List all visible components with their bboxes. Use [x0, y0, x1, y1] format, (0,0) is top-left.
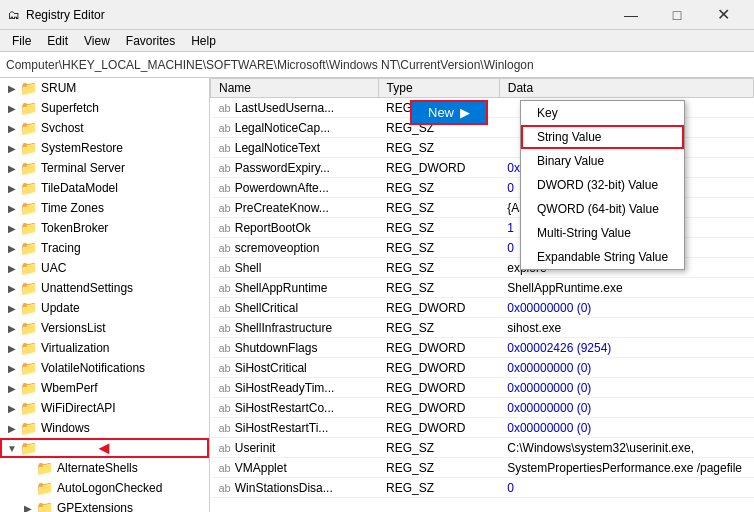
- expand-arrow: ▶: [4, 303, 20, 314]
- new-button[interactable]: New ▶: [410, 100, 488, 125]
- dropdown-item-key[interactable]: Key: [521, 101, 684, 125]
- menu-item-help[interactable]: Help: [183, 30, 224, 52]
- dropdown-item-multi-string-value[interactable]: Multi-String Value: [521, 221, 684, 245]
- sidebar-item-windows[interactable]: ▶📁Windows: [0, 418, 209, 438]
- folder-icon: 📁: [20, 160, 37, 176]
- sidebar: ▶📁SRUM▶📁Superfetch▶📁Svchost▶📁SystemResto…: [0, 78, 210, 512]
- sidebar-item-alternateshells[interactable]: 📁AlternateShells: [0, 458, 209, 478]
- cell-name: abShutdownFlags: [211, 338, 379, 358]
- expand-arrow: ▶: [4, 343, 20, 354]
- cell-type: REG_SZ: [378, 258, 499, 278]
- sidebar-item-systemrestore[interactable]: ▶📁SystemRestore: [0, 138, 209, 158]
- titlebar-controls: — □ ✕: [608, 0, 746, 30]
- table-row[interactable]: abShellCriticalREG_DWORD0x00000000 (0): [211, 298, 754, 318]
- table-row[interactable]: abUserinitREG_SZC:\Windows\system32\user…: [211, 438, 754, 458]
- menu-item-favorites[interactable]: Favorites: [118, 30, 183, 52]
- expand-arrow: ▶: [4, 263, 20, 274]
- cell-name: abShellCritical: [211, 298, 379, 318]
- dropdown-item-dword-(32-bit)-value[interactable]: DWORD (32-bit) Value: [521, 173, 684, 197]
- sidebar-item-time-zones[interactable]: ▶📁Time Zones: [0, 198, 209, 218]
- expand-arrow: ▶: [4, 163, 20, 174]
- sidebar-item-tracing[interactable]: ▶📁Tracing: [0, 238, 209, 258]
- menu-item-edit[interactable]: Edit: [39, 30, 76, 52]
- cell-name: abShellAppRuntime: [211, 278, 379, 298]
- sidebar-item-tiledatamodel[interactable]: ▶📁TileDataModel: [0, 178, 209, 198]
- sidebar-item-winlogon[interactable]: ▼📁Winlogon ◄: [0, 438, 209, 458]
- maximize-button[interactable]: □: [654, 0, 700, 30]
- menu-item-file[interactable]: File: [4, 30, 39, 52]
- cell-type: REG_DWORD: [378, 378, 499, 398]
- cell-data: 0x00000000 (0): [499, 378, 753, 398]
- tree-item-label: WbemPerf: [41, 381, 98, 395]
- cell-data: 0x00002426 (9254): [499, 338, 753, 358]
- table-row[interactable]: abWinStationsDisa...REG_SZ0: [211, 478, 754, 498]
- cell-name: abWinStationsDisa...: [211, 478, 379, 498]
- app-title: Registry Editor: [26, 8, 105, 22]
- tree-item-label: TokenBroker: [41, 221, 108, 235]
- row-type-icon: ab: [219, 462, 231, 474]
- sidebar-item-tokenbroker[interactable]: ▶📁TokenBroker: [0, 218, 209, 238]
- sidebar-item-wifidirectapi[interactable]: ▶📁WiFiDirectAPI: [0, 398, 209, 418]
- cell-type: REG_DWORD: [378, 418, 499, 438]
- menubar: FileEditViewFavoritesHelp: [0, 30, 754, 52]
- sidebar-item-autologonchecked[interactable]: 📁AutoLogonChecked: [0, 478, 209, 498]
- sidebar-item-superfetch[interactable]: ▶📁Superfetch: [0, 98, 209, 118]
- table-row[interactable]: abSiHostCriticalREG_DWORD0x00000000 (0): [211, 358, 754, 378]
- tree-item-label: Update: [41, 301, 80, 315]
- table-row[interactable]: abSiHostRestartCo...REG_DWORD0x00000000 …: [211, 398, 754, 418]
- close-button[interactable]: ✕: [700, 0, 746, 30]
- sidebar-item-unattendsettings[interactable]: ▶📁UnattendSettings: [0, 278, 209, 298]
- cell-type: REG_SZ: [378, 278, 499, 298]
- sidebar-item-update[interactable]: ▶📁Update: [0, 298, 209, 318]
- table-row[interactable]: abShutdownFlagsREG_DWORD0x00002426 (9254…: [211, 338, 754, 358]
- cell-name: abVMApplet: [211, 458, 379, 478]
- sidebar-item-gpextensions[interactable]: ▶📁GPExtensions: [0, 498, 209, 512]
- table-row[interactable]: abShellAppRuntimeREG_SZShellAppRuntime.e…: [211, 278, 754, 298]
- dropdown-item-string-value[interactable]: String Value: [521, 125, 684, 149]
- minimize-button[interactable]: —: [608, 0, 654, 30]
- cell-name: abShellInfrastructure: [211, 318, 379, 338]
- folder-icon: 📁: [20, 240, 37, 256]
- row-type-icon: ab: [219, 442, 231, 454]
- sidebar-item-virtualization[interactable]: ▶📁Virtualization: [0, 338, 209, 358]
- folder-icon: 📁: [20, 100, 37, 116]
- addressbar: Computer\HKEY_LOCAL_MACHINE\SOFTWARE\Mic…: [0, 52, 754, 78]
- sidebar-item-svchost[interactable]: ▶📁Svchost: [0, 118, 209, 138]
- folder-icon: 📁: [20, 140, 37, 156]
- dropdown-item-expandable-string-value[interactable]: Expandable String Value: [521, 245, 684, 269]
- sidebar-item-srum[interactable]: ▶📁SRUM: [0, 78, 209, 98]
- titlebar: 🗂 Registry Editor — □ ✕: [0, 0, 754, 30]
- row-type-icon: ab: [219, 182, 231, 194]
- expand-arrow: ▶: [4, 423, 20, 434]
- dropdown-item-qword-(64-bit)-value[interactable]: QWORD (64-bit) Value: [521, 197, 684, 221]
- table-row[interactable]: abShellInfrastructureREG_SZsihost.exe: [211, 318, 754, 338]
- cell-type: REG_DWORD: [378, 338, 499, 358]
- right-pane: Name Type Data abLastUsedUserna...REG_SZ…: [210, 78, 754, 512]
- table-row[interactable]: abSiHostRestartTi...REG_DWORD0x00000000 …: [211, 418, 754, 438]
- cell-name: abSiHostCritical: [211, 358, 379, 378]
- sidebar-item-wbemperf[interactable]: ▶📁WbemPerf: [0, 378, 209, 398]
- folder-icon: 📁: [20, 440, 37, 456]
- folder-icon: 📁: [20, 380, 37, 396]
- tree-item-label: Svchost: [41, 121, 84, 135]
- table-row[interactable]: abSiHostReadyTim...REG_DWORD0x00000000 (…: [211, 378, 754, 398]
- expand-arrow: ▶: [4, 363, 20, 374]
- menu-item-view[interactable]: View: [76, 30, 118, 52]
- sidebar-item-volatilenotifications[interactable]: ▶📁VolatileNotifications: [0, 358, 209, 378]
- dropdown-item-binary-value[interactable]: Binary Value: [521, 149, 684, 173]
- sidebar-item-terminal-server[interactable]: ▶📁Terminal Server: [0, 158, 209, 178]
- cell-name: abPowerdownAfte...: [211, 178, 379, 198]
- cell-data: sihost.exe: [499, 318, 753, 338]
- row-type-icon: ab: [219, 242, 231, 254]
- tree-item-label: SystemRestore: [41, 141, 123, 155]
- folder-icon: 📁: [20, 300, 37, 316]
- table-row[interactable]: abVMAppletREG_SZSystemPropertiesPerforma…: [211, 458, 754, 478]
- row-type-icon: ab: [219, 222, 231, 234]
- sidebar-item-uac[interactable]: ▶📁UAC: [0, 258, 209, 278]
- address-path: Computer\HKEY_LOCAL_MACHINE\SOFTWARE\Mic…: [6, 58, 534, 72]
- row-type-icon: ab: [219, 422, 231, 434]
- expand-arrow: ▶: [4, 243, 20, 254]
- sidebar-item-versionslist[interactable]: ▶📁VersionsList: [0, 318, 209, 338]
- cell-name: abSiHostReadyTim...: [211, 378, 379, 398]
- row-type-icon: ab: [219, 122, 231, 134]
